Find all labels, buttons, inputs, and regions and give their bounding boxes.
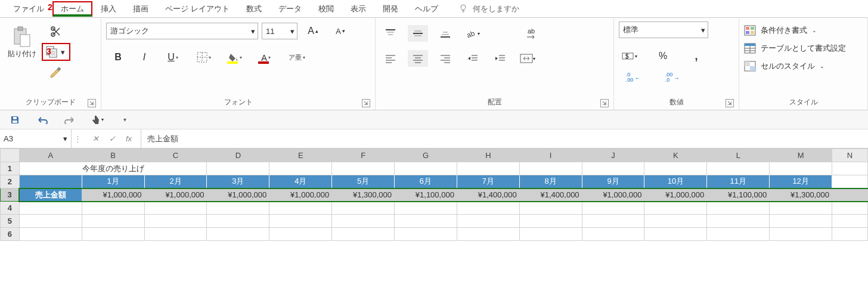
fill-color-button[interactable]: ▾ <box>221 48 249 67</box>
touch-mode-button[interactable]: ▾ <box>91 113 104 126</box>
name-box[interactable]: A3▾ <box>0 129 72 148</box>
paste-label: 貼り付け <box>8 49 36 59</box>
group-font: 游ゴシック▾ 11▾ A▴ A▾ B I U▾ ▾ ▾ <box>101 18 376 110</box>
border-button[interactable]: ▾ <box>190 48 218 67</box>
brush-icon <box>49 66 63 79</box>
conditional-format-button[interactable]: 条件付き書式⌄ <box>744 25 817 36</box>
border-icon <box>197 52 207 63</box>
svg-rect-49 <box>751 31 754 34</box>
fx-button[interactable]: fx <box>123 134 135 143</box>
merge-button[interactable]: ▾ <box>517 50 538 67</box>
chevron-down-icon: ▾ <box>61 48 67 57</box>
svg-text:$: $ <box>625 53 629 60</box>
row-label[interactable]: 売上金額 <box>19 188 82 202</box>
comma-button[interactable]: , <box>686 48 707 64</box>
font-size-select[interactable]: 11▾ <box>262 23 297 39</box>
formula-input[interactable]: 売上金額 <box>141 134 868 144</box>
cell-style-icon <box>744 61 756 72</box>
save-icon <box>10 115 20 125</box>
cut-button[interactable] <box>48 24 64 39</box>
chevron-down-icon: ▾ <box>290 27 294 36</box>
cancel-formula-button[interactable]: ✕ <box>89 134 101 143</box>
menu-data[interactable]: データ <box>270 1 310 17</box>
align-bottom-button[interactable] <box>435 25 455 42</box>
save-button[interactable] <box>8 113 21 126</box>
dialog-launcher-icon[interactable]: ⇲ <box>726 99 734 107</box>
wrap-text-button[interactable]: ab <box>521 25 541 42</box>
align-left-button[interactable] <box>380 50 401 67</box>
percent-button[interactable]: % <box>652 48 674 64</box>
svg-text:ab: ab <box>466 29 476 39</box>
font-name-select[interactable]: 游ゴシック▾ <box>106 23 258 39</box>
svg-rect-56 <box>745 61 750 66</box>
dialog-launcher-icon[interactable]: ⇲ <box>362 99 370 107</box>
formula-bar: A3▾ ⋮ ✕ ✓ fx 売上金額 <box>0 129 868 149</box>
touch-icon <box>91 115 100 125</box>
title-cell[interactable]: 今年度の売り上げ <box>19 162 207 175</box>
format-as-table-button[interactable]: テーブルとして書式設定 <box>744 43 846 54</box>
paste-icon <box>12 26 32 48</box>
paste-button[interactable]: 貼り付け <box>5 21 39 59</box>
expand-icon[interactable]: ⋮ <box>72 134 83 143</box>
svg-rect-57 <box>750 66 755 71</box>
menu-developer[interactable]: 開発 <box>374 1 407 17</box>
menu-home[interactable]: ホーム <box>52 1 92 17</box>
dialog-launcher-icon[interactable]: ⇲ <box>600 99 609 107</box>
select-all-corner[interactable] <box>1 149 20 162</box>
number-format-select[interactable]: 標準▾ <box>619 21 708 38</box>
menu-formulas[interactable]: 数式 <box>238 1 270 17</box>
svg-rect-58 <box>13 120 17 123</box>
font-color-button[interactable]: A▾ <box>252 48 280 67</box>
increase-indent-button[interactable] <box>490 50 510 67</box>
svg-rect-47 <box>751 27 754 30</box>
undo-button[interactable] <box>36 113 49 126</box>
chevron-down-icon: ▾ <box>701 26 705 35</box>
align-center-button[interactable] <box>408 50 428 67</box>
align-right-button[interactable] <box>435 50 455 67</box>
callout-2: 2 <box>48 2 52 12</box>
italic-button[interactable]: I <box>132 48 156 67</box>
scissors-icon <box>50 26 62 38</box>
chevron-down-icon: ▾ <box>251 27 255 36</box>
menu-insert[interactable]: 挿入 <box>92 1 125 17</box>
tell-me-label: 何をしますか <box>473 4 519 14</box>
worksheet[interactable]: A B C D E F G H I J K L M N 1 今年度の売り上げ 2… <box>0 149 868 241</box>
underline-button[interactable]: U▾ <box>159 48 187 67</box>
column-headers[interactable]: A B C D E F G H I J K L M N <box>1 149 868 162</box>
row-2[interactable]: 2 1月 2月 3月 4月 5月 6月 7月 8月 9月 10月 11月 12月 <box>1 175 868 188</box>
row-4[interactable]: 4 <box>1 202 868 215</box>
row-3-selected[interactable]: 3 売上金額 ¥1,000,000 ¥1,000,000 ¥1,000,000 … <box>1 188 868 202</box>
cell-styles-button[interactable]: セルのスタイル⌄ <box>744 61 824 72</box>
menu-view[interactable]: 表示 <box>342 1 374 17</box>
qat-customize-button[interactable]: ▾ <box>118 113 131 126</box>
row-6[interactable]: 6 <box>1 228 868 241</box>
decrease-decimal-button[interactable]: .00.0→ <box>662 69 683 86</box>
ruby-button[interactable]: ア亜▾ <box>283 48 311 67</box>
redo-button[interactable] <box>63 113 76 126</box>
decrease-indent-button[interactable] <box>463 50 483 67</box>
tell-me[interactable]: 何をしますか <box>458 4 519 14</box>
menu-review[interactable]: 校閲 <box>310 1 342 17</box>
accounting-format-button[interactable]: $▾ <box>619 48 640 64</box>
enter-formula-button[interactable]: ✓ <box>106 134 118 143</box>
increase-font-button[interactable]: A▴ <box>301 21 325 41</box>
dialog-launcher-icon[interactable]: ⇲ <box>88 99 96 107</box>
group-clipboard: 貼り付け ▾ クリップボード ⇲ <box>0 18 101 110</box>
menu-file[interactable]: ファイル <box>5 1 52 17</box>
menu-pagelayout[interactable]: ページ レイアウト <box>157 1 238 17</box>
group-label-clipboard: クリップボード ⇲ <box>5 96 96 109</box>
row-5[interactable]: 5 <box>1 215 868 228</box>
menu-help[interactable]: ヘルプ <box>407 1 447 17</box>
align-top-button[interactable] <box>380 25 401 42</box>
increase-decimal-button[interactable]: .0.00← <box>622 69 644 86</box>
decrease-font-button[interactable]: A▾ <box>328 21 352 41</box>
bold-button[interactable]: B <box>106 48 130 67</box>
group-label-font: フォント ⇲ <box>106 96 370 109</box>
table-icon <box>744 43 756 54</box>
format-painter-button[interactable] <box>48 64 64 80</box>
menu-draw[interactable]: 描画 <box>125 1 157 17</box>
align-middle-button[interactable] <box>408 25 428 42</box>
orientation-button[interactable]: ab▾ <box>463 25 483 42</box>
lightbulb-icon <box>458 4 468 14</box>
row-1[interactable]: 1 今年度の売り上げ <box>1 162 868 175</box>
